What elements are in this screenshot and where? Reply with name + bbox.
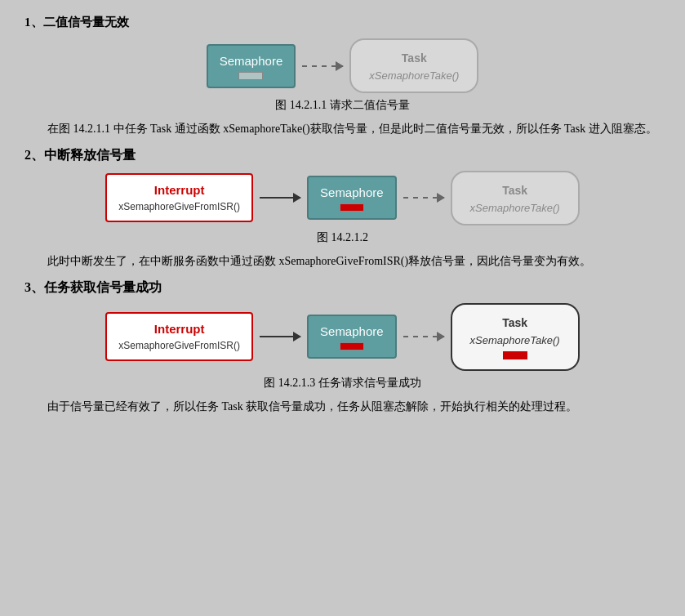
section2-caption: 图 14.2.1.2 [24, 230, 661, 245]
arrow-line-dashed-3 [403, 336, 444, 337]
section1-body: 在图 14.2.1.1 中任务 Task 通过函数 xSemaphoreTake… [24, 119, 661, 139]
task-box-2: Task xSemaphoreTake() [451, 171, 580, 225]
task-func-3: xSemaphoreTake() [470, 334, 560, 346]
section3-body: 由于信号量已经有效了，所以任务 Task 获取信号量成功，任务从阻塞态解除，开始… [24, 397, 661, 417]
section2-title: 2、中断释放信号量 [24, 147, 661, 164]
interrupt-box-2: Interrupt xSemaphoreGiveFromISR() [105, 173, 253, 222]
task-title-2: Task [502, 184, 527, 197]
task-title-1: Task [402, 51, 427, 65]
interrupt-title-3: Interrupt [154, 322, 205, 336]
sem-indicator-3 [340, 342, 364, 350]
section2: 2、中断释放信号量 Interrupt xSemaphoreGiveFromIS… [24, 147, 661, 271]
section2-diagram: Interrupt xSemaphoreGiveFromISR() Semaph… [24, 171, 661, 225]
section3: 3、任务获取信号量成功 Interrupt xSemaphoreGiveFrom… [24, 279, 661, 417]
semaphore-label-3: Semaphore [320, 324, 384, 338]
section3-caption: 图 14.2.1.3 任务请求信号量成功 [24, 376, 661, 391]
task-title-3: Task [502, 316, 527, 329]
arrow-line-solid-2 [260, 197, 300, 199]
task-box-1: Task xSemaphoreTake() [349, 38, 478, 93]
interrupt-title-2: Interrupt [154, 183, 205, 197]
section1: 1、二值信号量无效 Semaphore Task xSemaphoreTake(… [24, 15, 661, 139]
interrupt-box-3: Interrupt xSemaphoreGiveFromISR() [105, 312, 253, 361]
task-func-2: xSemaphoreTake() [470, 202, 560, 214]
section1-diagram: Semaphore Task xSemaphoreTake() [24, 38, 661, 93]
semaphore-box-3: Semaphore [307, 315, 397, 359]
arrow-solid-3 [260, 336, 300, 337]
task-box-3: Task xSemaphoreTake() [451, 303, 580, 371]
task-indicator-3 [503, 351, 527, 359]
arrow-line-solid-3 [260, 336, 300, 337]
sem-indicator-1 [238, 72, 263, 80]
section3-title: 3、任务获取信号量成功 [24, 279, 661, 297]
section1-caption: 图 14.2.1.1 请求二值信号量 [24, 98, 661, 113]
semaphore-box-2: Semaphore [307, 176, 397, 220]
arrow-line-dashed-1 [302, 65, 343, 67]
semaphore-box-1: Semaphore [207, 44, 296, 88]
section1-title: 1、二值信号量无效 [24, 15, 661, 30]
arrow-dashed-3 [403, 336, 444, 337]
arrow-line-dashed-2 [403, 197, 444, 199]
arrow-solid-2 [260, 197, 300, 199]
arrow-dashed-1 [302, 65, 343, 67]
interrupt-func-3: xSemaphoreGiveFromISR() [118, 340, 240, 351]
interrupt-func-2: xSemaphoreGiveFromISR() [118, 201, 240, 212]
section3-diagram: Interrupt xSemaphoreGiveFromISR() Semaph… [24, 303, 661, 371]
semaphore-label-1: Semaphore [220, 54, 283, 68]
arrow-dashed-2 [403, 197, 444, 199]
semaphore-label-2: Semaphore [320, 185, 384, 199]
task-func-1: xSemaphoreTake() [369, 69, 459, 82]
sem-indicator-2 [340, 203, 364, 212]
section2-body: 此时中断发生了，在中断服务函数中通过函数 xSemaphoreGiveFromI… [24, 252, 661, 271]
